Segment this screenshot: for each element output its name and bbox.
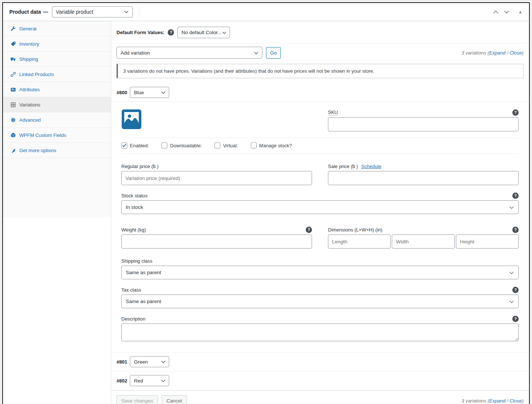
chevron-down-icon xyxy=(161,361,165,364)
checkbox-icon xyxy=(251,142,257,148)
close-link[interactable]: Close xyxy=(509,398,522,404)
attributes-card-icon xyxy=(10,87,16,92)
metabox-header: Product data — Variable product ▲ xyxy=(3,3,529,21)
chevron-down-icon xyxy=(254,52,259,55)
description-label: Description xyxy=(121,316,145,322)
help-icon[interactable]: ? xyxy=(512,287,519,293)
chevron-down-icon xyxy=(509,272,514,275)
expand-link[interactable]: Expand xyxy=(489,398,505,404)
stock-status-select[interactable]: In stock xyxy=(121,200,519,214)
help-icon[interactable]: ? xyxy=(512,227,519,233)
variation-image-placeholder[interactable] xyxy=(121,109,142,129)
variation-attribute-select[interactable]: Red xyxy=(130,375,169,386)
gear-icon xyxy=(10,117,16,123)
tab-general[interactable]: General xyxy=(3,21,111,36)
shipping-class-select[interactable]: Same as parent xyxy=(121,266,519,279)
enabled-checkbox[interactable]: Enabled: xyxy=(121,142,149,148)
variation-id: #800 xyxy=(116,90,127,95)
variation-id: #801 xyxy=(116,359,127,365)
summary-prefix: 3 variations ( xyxy=(462,50,489,56)
tax-class-label: Tax class xyxy=(121,287,141,293)
page-title: Product data xyxy=(9,9,41,15)
regular-price-input[interactable] xyxy=(121,171,312,185)
help-icon[interactable]: ? xyxy=(512,316,519,322)
move-up-button[interactable] xyxy=(493,10,499,14)
help-icon[interactable]: ? xyxy=(512,193,519,199)
collapse-toggle-icon[interactable]: ▲ xyxy=(518,10,522,14)
sku-input[interactable] xyxy=(328,117,519,131)
manage-stock-checkbox[interactable]: Manage stock? xyxy=(251,142,292,148)
tax-class-value: Same as parent xyxy=(126,299,161,304)
variations-footer: Save changes Cancel 3 variations (Expand… xyxy=(111,390,529,404)
chevron-down-icon xyxy=(504,10,509,14)
tabs-filler xyxy=(3,158,111,217)
summary-suffix: ) xyxy=(522,398,523,404)
tab-wpfm-custom-fields[interactable]: WPFM Custom Fields xyxy=(3,128,111,143)
chevron-down-icon xyxy=(222,32,226,34)
tab-linked-products[interactable]: Linked Products xyxy=(3,67,111,82)
tab-label: Linked Products xyxy=(19,72,54,77)
product-type-value: Variable product xyxy=(56,9,93,15)
checkbox-icon xyxy=(214,142,220,148)
save-changes-button[interactable]: Save changes xyxy=(116,395,158,404)
description-textarea[interactable] xyxy=(121,323,519,341)
move-down-button[interactable] xyxy=(504,10,509,14)
schedule-link[interactable]: Schedule xyxy=(361,164,381,169)
variations-summary-bottom: 3 variations (Expand / Close) xyxy=(462,398,523,404)
shipping-class-value: Same as parent xyxy=(126,270,161,275)
checkbox-label: Enabled: xyxy=(130,143,149,148)
close-link[interactable]: Close xyxy=(509,50,522,56)
tab-label: Shipping xyxy=(19,56,38,62)
default-color-select[interactable]: No default Color... xyxy=(177,27,230,38)
cancel-button[interactable]: Cancel xyxy=(162,395,187,404)
variation-attribute-select[interactable]: Green xyxy=(130,356,169,367)
downloadable-checkbox[interactable]: Downloadable: xyxy=(161,142,202,148)
height-input[interactable] xyxy=(456,234,519,249)
add-variation-select[interactable]: Add variation xyxy=(116,47,262,59)
variation-row-802: #802 Red xyxy=(111,371,529,390)
weight-input[interactable] xyxy=(121,234,312,249)
chevron-down-icon xyxy=(509,300,514,303)
tab-get-more-options[interactable]: Get more options xyxy=(3,143,111,158)
summary-prefix: 3 variations ( xyxy=(462,398,489,404)
chevron-down-icon xyxy=(161,380,165,382)
checkbox-label: Virtual: xyxy=(223,143,238,148)
help-icon[interactable]: ? xyxy=(306,227,312,233)
variation-attribute-value: Blue xyxy=(134,90,144,95)
tab-attributes[interactable]: Attributes xyxy=(3,82,111,97)
expand-link[interactable]: Expand xyxy=(489,50,505,56)
summary-separator: / xyxy=(506,398,510,404)
default-form-values-label: Default Form Values: xyxy=(116,30,164,35)
tab-shipping[interactable]: Shipping xyxy=(3,52,111,67)
sku-label[interactable]: SKU xyxy=(328,109,338,115)
virtual-checkbox[interactable]: Virtual: xyxy=(214,142,238,148)
tab-variations[interactable]: Variations xyxy=(3,97,111,112)
checkbox-label: Downloadable: xyxy=(170,143,202,148)
stock-status-value: In stock xyxy=(126,204,143,210)
tab-advanced[interactable]: Advanced xyxy=(3,112,111,128)
go-button[interactable]: Go xyxy=(266,47,281,59)
truck-icon xyxy=(10,56,16,62)
width-input[interactable] xyxy=(392,234,454,249)
chevron-down-icon xyxy=(124,10,129,13)
variation-form: SKU ? Enabled: Downloadable: xyxy=(111,102,529,352)
title-dash: — xyxy=(43,9,48,15)
help-icon[interactable]: ? xyxy=(168,29,174,36)
tax-class-select[interactable]: Same as parent xyxy=(121,295,519,308)
help-icon[interactable]: ? xyxy=(512,109,519,116)
tab-inventory[interactable]: Inventory xyxy=(3,36,111,52)
chevron-down-icon xyxy=(509,206,514,209)
length-input[interactable] xyxy=(328,234,391,249)
tab-label: Attributes xyxy=(19,87,40,92)
chevron-up-icon xyxy=(493,10,499,14)
sale-price-input[interactable] xyxy=(328,171,519,185)
variation-attribute-select[interactable]: Blue xyxy=(130,87,169,98)
default-form-values-row: Default Form Values: ? No default Color.… xyxy=(111,21,529,43)
product-type-select[interactable]: Variable product xyxy=(52,6,133,17)
tab-label: Variations xyxy=(19,102,40,108)
plugin-icon xyxy=(10,148,16,153)
no-prices-notice: 3 variations do not have prices. Variati… xyxy=(116,64,523,78)
wrench-icon xyxy=(10,26,16,32)
notice-text: 3 variations do not have prices. Variati… xyxy=(123,68,374,74)
regular-price-label: Regular price (ƀ ) xyxy=(121,164,158,169)
